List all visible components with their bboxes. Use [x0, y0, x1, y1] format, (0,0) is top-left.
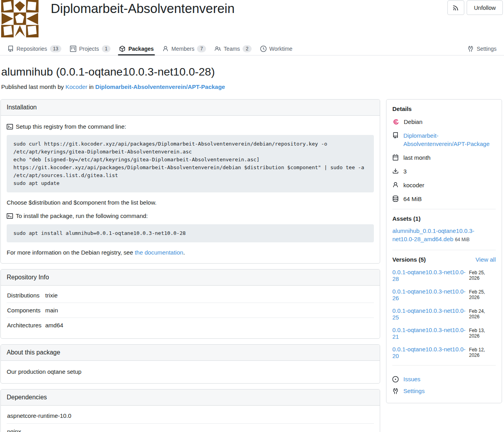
version-link[interactable]: 0.0.1-oqtane10.0.3-net10.0-20	[392, 346, 469, 359]
tab-count-badge: 7	[197, 45, 206, 52]
setup-registry-label: Setup this registry from the command lin…	[7, 123, 374, 130]
dependency-row: nginx	[7, 424, 374, 432]
dependencies-panel: Dependencies aspnetcore-runtime-10.0 ngi…	[0, 389, 380, 432]
dependency-row: aspnetcore-runtime-10.0	[7, 408, 374, 424]
package-sidebar: Details Debian Diplomarbeit-Absolventenv…	[386, 99, 502, 403]
tab-label: Projects	[79, 46, 99, 52]
install-package-label: To install the package, run the followin…	[7, 212, 374, 219]
version-row: 0.0.1-oqtane10.0.3-net10.0-20 Feb 12, 20…	[392, 346, 496, 359]
assets-header: Assets (1)	[392, 215, 496, 222]
installation-header: Installation	[1, 100, 380, 116]
tab-count-badge: 1	[102, 45, 111, 52]
published-connector: in	[89, 83, 94, 90]
repo-icon	[7, 46, 14, 52]
more-info-note: For more information on the Debian regis…	[7, 249, 374, 256]
tab-worktime[interactable]: Worktime	[256, 42, 297, 55]
info-row-distributions: Distributions trixie	[7, 288, 374, 303]
published-line: Published last month by Kocoder in Diplo…	[1, 83, 504, 90]
clock-icon	[260, 46, 267, 52]
page-title: alumnihub (0.0.1-oqtane10.0.3-net10.0-28…	[1, 65, 504, 78]
tab-count-badge: 2	[243, 45, 252, 52]
download-count-row: 3	[392, 167, 496, 175]
dependencies-header: Dependencies	[1, 390, 380, 406]
calendar-icon	[392, 154, 399, 161]
org-avatar[interactable]	[0, 0, 40, 37]
about-header: About this package	[1, 345, 380, 361]
published-prefix: Published last month by	[1, 83, 64, 90]
issues-row: Issues	[392, 376, 496, 382]
info-label: Distributions	[7, 292, 45, 299]
version-date: Feb 24, 2026	[469, 308, 496, 319]
publisher-link[interactable]: Kocoder	[65, 83, 87, 90]
tab-label: Worktime	[269, 46, 292, 52]
version-row: 0.0.1-oqtane10.0.3-net10.0-28 Feb 25, 20…	[392, 269, 496, 282]
tab-projects[interactable]: Projects 1	[66, 42, 115, 55]
asset-size: 64 MiB	[455, 237, 469, 242]
person-icon	[162, 46, 169, 52]
details-repo-link[interactable]: Diplomarbeit-Absolventenverein/APT-Packa…	[403, 131, 496, 148]
database-icon	[392, 196, 399, 202]
tab-settings[interactable]: Settings	[463, 42, 501, 55]
version-link[interactable]: 0.0.1-oqtane10.0.3-net10.0-21	[392, 327, 469, 340]
tab-label: Teams	[224, 46, 240, 52]
assets-section: Assets (1) alumnihub_0.0.1-oqtane10.0.3-…	[392, 209, 496, 244]
download-icon	[392, 168, 399, 174]
about-panel: About this package Our production oqtane…	[0, 344, 380, 384]
info-row-architectures: Architectures amd64	[7, 318, 374, 332]
tab-packages[interactable]: Packages	[115, 42, 158, 55]
terminal-icon	[7, 124, 13, 130]
info-label: Architectures	[7, 322, 45, 329]
version-link[interactable]: 0.0.1-oqtane10.0.3-net10.0-28	[392, 269, 469, 282]
person-icon	[392, 182, 399, 188]
info-label: Components	[7, 307, 45, 314]
version-link[interactable]: 0.0.1-oqtane10.0.3-net10.0-26	[392, 288, 469, 301]
documentation-link[interactable]: the documentation	[135, 249, 183, 256]
tab-label: Members	[171, 46, 194, 52]
version-row: 0.0.1-oqtane10.0.3-net10.0-21 Feb 13, 20…	[392, 327, 496, 340]
version-date: Feb 12, 2026	[469, 347, 496, 358]
tab-members[interactable]: Members 7	[158, 42, 210, 55]
wrench-icon	[467, 46, 474, 52]
rss-icon	[452, 4, 459, 11]
install-command-code[interactable]: sudo apt install alumnihub=0.0.1-oqtane1…	[7, 224, 374, 242]
repository-info-panel: Repository Info Distributions trixie Com…	[0, 269, 380, 339]
wrench-icon	[392, 388, 399, 394]
package-settings-link[interactable]: Settings	[403, 388, 425, 394]
sidebar-actions-section: Issues Settings	[392, 365, 496, 394]
package-type-row: Debian	[392, 118, 496, 126]
org-header: Diplomarbeit-Absolventenverein Unfollow	[0, 0, 504, 37]
debian-logo-icon	[392, 118, 399, 125]
version-date: Feb 13, 2026	[469, 328, 496, 339]
issues-link[interactable]: Issues	[403, 376, 420, 382]
info-value: trixie	[45, 292, 58, 299]
package-repo-link[interactable]: Diplomarbeit-Absolventenverein/APT-Packa…	[95, 83, 225, 90]
version-date: Feb 25, 2026	[469, 270, 496, 281]
publisher-row: kocoder	[392, 181, 496, 189]
package-icon	[119, 46, 125, 52]
repository-info-header: Repository Info	[1, 270, 380, 286]
registry-setup-code[interactable]: sudo curl https://git.kocoder.xyz/api/pa…	[7, 135, 374, 192]
tab-label: Settings	[476, 46, 497, 52]
unfollow-button[interactable]: Unfollow	[467, 0, 503, 15]
details-section: Details Debian Diplomarbeit-Absolventenv…	[392, 105, 496, 203]
info-row-components: Components main	[7, 303, 374, 318]
version-date: Feb 25, 2026	[469, 289, 496, 300]
version-link[interactable]: 0.0.1-oqtane10.0.3-net10.0-25	[392, 307, 469, 321]
rss-feed-button[interactable]	[447, 0, 464, 15]
version-row: 0.0.1-oqtane10.0.3-net10.0-26 Feb 25, 20…	[392, 288, 496, 301]
choose-distribution-note: Choose $distribution and $component from…	[7, 199, 374, 206]
settings-row: Settings	[392, 388, 496, 394]
details-header: Details	[392, 105, 496, 112]
view-all-versions-link[interactable]: View all	[476, 256, 496, 263]
org-title: Diplomarbeit-Absolventenverein	[51, 1, 235, 17]
tab-teams[interactable]: Teams 2	[210, 42, 256, 55]
info-value: amd64	[45, 322, 63, 329]
tab-repositories[interactable]: Repositories 13	[3, 42, 66, 55]
package-description: Our production oqtane setup	[7, 368, 374, 375]
issue-icon	[392, 376, 399, 382]
package-size-row: 64 MiB	[392, 195, 496, 203]
versions-header: Versions (5)	[392, 256, 426, 263]
terminal-icon	[7, 213, 13, 219]
tab-label: Repositories	[17, 46, 47, 52]
installation-panel: Installation Setup this registry from th…	[0, 99, 380, 264]
